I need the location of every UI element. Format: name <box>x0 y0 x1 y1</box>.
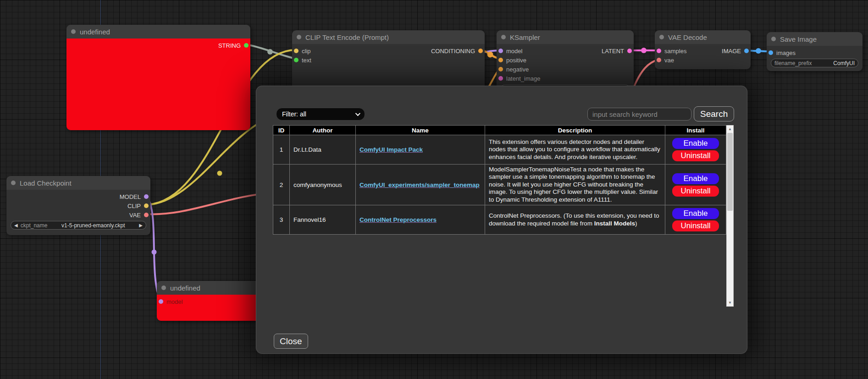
cell-description: ModelSamplerTonemapNoiseTest a node that… <box>489 166 661 203</box>
table-row: 3 Fannovel16 ControlNet Preprocessors Co… <box>273 205 726 235</box>
input-pin-clip[interactable] <box>294 49 299 53</box>
node-title: Load Checkpoint <box>20 179 72 187</box>
output-pin-string[interactable] <box>244 43 249 48</box>
input-pin-positive[interactable] <box>498 58 503 62</box>
input-pin-negative[interactable] <box>498 67 503 71</box>
output-pin-latent[interactable] <box>627 49 632 53</box>
extension-link[interactable]: ComfyUI Impact Pack <box>359 146 423 153</box>
link-clip-branch <box>147 118 268 205</box>
input-pin-model[interactable] <box>159 299 163 304</box>
input-pin-images[interactable] <box>768 50 773 55</box>
input-label: latent_image <box>506 75 540 82</box>
uninstall-button[interactable]: Uninstall <box>672 186 719 197</box>
node-title-bar[interactable]: undefined <box>157 281 261 295</box>
filename-prefix-widget[interactable]: filename_prefix ComfyUI <box>771 59 858 67</box>
input-label: model <box>506 48 522 55</box>
enable-button[interactable]: Enable <box>672 208 719 219</box>
node-title: VAE Decode <box>668 33 707 41</box>
filter-select[interactable]: Filter: all <box>276 108 365 121</box>
increment-arrow-icon[interactable]: ▶ <box>139 223 143 228</box>
enable-button[interactable]: Enable <box>672 173 719 184</box>
node-save-image[interactable]: Save Image images filename_prefix ComfyU… <box>767 32 862 71</box>
node-title-bar[interactable]: CLIP Text Encode (Prompt) <box>292 30 485 44</box>
collapse-dot-icon[interactable] <box>11 181 16 185</box>
header-install: Install <box>665 126 726 135</box>
output-label: MODEL <box>120 193 141 200</box>
output-label: VAE <box>129 212 141 219</box>
node-undefined-top[interactable]: undefined STRING <box>66 25 250 130</box>
input-label: positive <box>506 57 526 64</box>
input-pin-model[interactable] <box>498 49 503 53</box>
extension-link[interactable]: ComfyUI_experiments/sampler_tonemap <box>359 181 480 188</box>
input-pin-latent-image[interactable] <box>498 76 503 81</box>
node-title-bar[interactable]: Load Checkpoint <box>6 176 150 190</box>
output-pin-vae[interactable] <box>144 213 149 217</box>
node-title-bar[interactable]: KSampler <box>497 30 634 44</box>
extension-table-container: ID Author Name Description Install 1 Dr.… <box>273 125 734 307</box>
bold-install-models: Install Models <box>594 220 635 227</box>
cell-author: comfyanonymous <box>290 165 356 205</box>
cell-id: 1 <box>273 135 290 165</box>
node-title: Save Image <box>780 35 817 43</box>
node-title: KSampler <box>510 33 540 41</box>
scrollbar-down-arrow-icon[interactable]: ▼ <box>727 299 733 306</box>
node-load-checkpoint[interactable]: Load Checkpoint MODEL CLIP VAE <box>6 176 150 235</box>
node-vae-decode[interactable]: VAE Decode samples IMAGE vae <box>655 30 751 69</box>
widget-label: ckpt_name <box>21 222 48 229</box>
extension-manager-dialog: Filter: all Search ID Author Name Descri… <box>256 86 747 354</box>
widget-value: v1-5-pruned-emaonly.ckpt <box>61 222 125 229</box>
node-title: undefined <box>80 28 110 36</box>
vertical-scrollbar[interactable]: ▲ ▼ <box>726 125 734 307</box>
input-pin-text[interactable] <box>294 58 299 62</box>
input-label: clip <box>302 48 311 55</box>
table-row: 2 comfyanonymous ComfyUI_experiments/sam… <box>273 165 726 205</box>
close-button[interactable]: Close <box>274 334 308 349</box>
decrement-arrow-icon[interactable]: ◀ <box>14 223 18 228</box>
output-label: CONDITIONING <box>431 48 475 55</box>
input-label: model <box>166 298 182 305</box>
output-pin-conditioning[interactable] <box>478 49 483 53</box>
header-author: Author <box>290 126 356 135</box>
input-pin-samples[interactable] <box>657 49 661 53</box>
header-description: Description <box>485 126 665 135</box>
enable-button[interactable]: Enable <box>672 138 719 149</box>
scrollbar-up-arrow-icon[interactable]: ▲ <box>727 126 733 132</box>
input-label: text <box>302 57 311 64</box>
cell-id: 3 <box>273 205 290 235</box>
collapse-dot-icon[interactable] <box>71 29 76 34</box>
input-label: samples <box>664 48 686 55</box>
extension-link[interactable]: ControlNet Preprocessors <box>359 216 437 223</box>
header-name: Name <box>356 126 485 135</box>
collapse-dot-icon[interactable] <box>501 35 506 39</box>
cell-author: Dr.Lt.Data <box>290 135 356 165</box>
header-id: ID <box>273 126 290 135</box>
node-graph-canvas[interactable]: undefined STRING CLIP Text Encode (Promp… <box>0 0 868 379</box>
node-title-bar[interactable]: Save Image <box>767 32 862 46</box>
collapse-dot-icon[interactable] <box>161 286 166 290</box>
extension-table: ID Author Name Description Install 1 Dr.… <box>273 125 726 235</box>
node-title-bar[interactable]: VAE Decode <box>655 30 751 44</box>
ckpt-name-widget[interactable]: ◀ ckpt_name v1-5-pruned-emaonly.ckpt ▶ <box>11 221 146 230</box>
output-pin-model[interactable] <box>144 194 149 199</box>
node-title-bar[interactable]: undefined <box>66 25 250 38</box>
collapse-dot-icon[interactable] <box>771 37 776 41</box>
filter-select-value: Filter: all <box>282 110 306 118</box>
cell-description: This extension offers various detector n… <box>489 138 661 161</box>
output-pin-image[interactable] <box>744 49 749 53</box>
widget-value: ComfyUI <box>833 60 855 66</box>
widget-label: filename_prefix <box>774 60 812 66</box>
uninstall-button[interactable]: Uninstall <box>672 220 719 231</box>
search-input[interactable] <box>587 108 691 121</box>
input-label: negative <box>506 66 529 73</box>
collapse-dot-icon[interactable] <box>659 35 664 39</box>
input-pin-vae[interactable] <box>657 58 661 62</box>
collapse-dot-icon[interactable] <box>297 35 301 39</box>
node-undefined-bottom[interactable]: undefined model <box>157 281 261 321</box>
search-button[interactable]: Search <box>694 106 734 121</box>
uninstall-button[interactable]: Uninstall <box>672 150 719 161</box>
output-pin-clip[interactable] <box>144 203 149 208</box>
scrollbar-thumb[interactable] <box>727 133 733 211</box>
node-title: undefined <box>170 284 200 292</box>
cell-description: ControlNet Preprocessors. (To use this e… <box>489 212 661 227</box>
output-label: STRING <box>218 42 241 49</box>
